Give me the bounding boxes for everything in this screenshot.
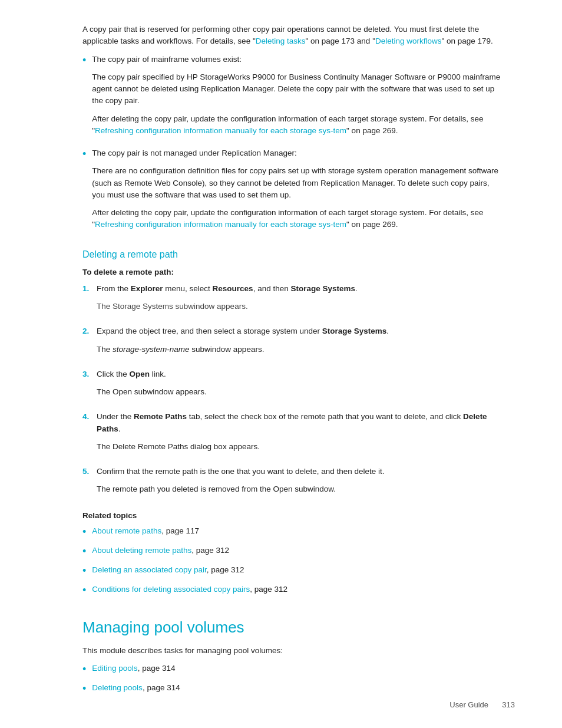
- refreshing-link-1[interactable]: Refreshing configuration information man…: [95, 126, 346, 135]
- footer-label: User Guide: [449, 700, 488, 709]
- bullet-dot-pool1: •: [82, 661, 86, 677]
- deleting-workflows-link[interactable]: Deleting workflows: [375, 37, 442, 45]
- step-4-text: Under the Remote Paths tab, select the c…: [97, 411, 503, 435]
- related-topic-3-content: Deleting an associated copy pair, page 3…: [92, 564, 244, 579]
- related-topic-2-content: About deleting remote paths, page 312: [92, 545, 229, 559]
- intro-para1: A copy pair that is reserved for perform…: [82, 24, 503, 48]
- related-link-4[interactable]: Conditions for deleting associated copy …: [92, 585, 250, 594]
- step-3-text: Click the Open link.: [97, 368, 503, 380]
- bullet-dot-rt2: •: [82, 543, 86, 559]
- related-link-1[interactable]: About remote paths: [92, 526, 161, 535]
- managing-pool-list: • Editing pools, page 314 • Deleting poo…: [82, 663, 503, 697]
- deleting-tasks-link[interactable]: Deleting tasks: [256, 37, 306, 45]
- step-4-number: 4.: [82, 411, 97, 459]
- step-3-sub: The Open subwindow appears.: [97, 386, 503, 398]
- step-5-sub: The remote path you deleted is removed f…: [97, 483, 503, 495]
- managing-pool-intro: This module describes tasks for managing…: [82, 645, 503, 657]
- steps-list: 1. From the Explorer menu, select Resour…: [82, 283, 503, 502]
- step-4-bold-remote-paths: Remote Paths: [134, 412, 187, 421]
- related-topic-4: • Conditions for deleting associated cop…: [82, 584, 503, 598]
- step-1-number: 1.: [82, 283, 97, 319]
- related-topic-1-content: About remote paths, page 117: [92, 525, 199, 540]
- bullet-dot-rt4: •: [82, 582, 86, 598]
- intro-bullet-list: • The copy pair of mainframe volumes exi…: [82, 54, 503, 237]
- pool-item-2: • Deleting pools, page 314: [82, 682, 503, 697]
- bullet1-para2: After deleting the copy pair, update the…: [92, 113, 503, 137]
- related-topic-2: • About deleting remote paths, page 312: [82, 545, 503, 559]
- pool-item-2-content: Deleting pools, page 314: [92, 682, 180, 697]
- step-1: 1. From the Explorer menu, select Resour…: [82, 283, 503, 319]
- editing-pools-link[interactable]: Editing pools: [92, 664, 137, 673]
- bullet-dot-1: •: [82, 52, 86, 143]
- related-link-2[interactable]: About deleting remote paths: [92, 546, 191, 555]
- page: A copy pair that is reserved for perform…: [0, 0, 562, 728]
- step-4-sub: The Delete Remote Paths dialog box appea…: [97, 441, 503, 453]
- step-1-sub: The Storage Systems subwindow appears.: [97, 301, 503, 312]
- refreshing-link-2[interactable]: Refreshing configuration information man…: [95, 220, 346, 229]
- related-topics-list: • About remote paths, page 117 • About d…: [82, 525, 503, 598]
- step-1-bold-storage: Storage Systems: [290, 284, 355, 293]
- deleting-pools-link[interactable]: Deleting pools: [92, 683, 143, 692]
- step-5-content: Confirm that the remote path is the one …: [97, 466, 503, 502]
- step-2-italic: storage-system-name: [113, 345, 190, 354]
- step-4: 4. Under the Remote Paths tab, select th…: [82, 411, 503, 459]
- pool-item-1: • Editing pools, page 314: [82, 663, 503, 677]
- step-2-content: Expand the object tree, and then select …: [97, 325, 503, 361]
- step-4-content: Under the Remote Paths tab, select the c…: [97, 411, 503, 459]
- step-1-content: From the Explorer menu, select Resources…: [97, 283, 503, 319]
- related-topic-4-content: Conditions for deleting associated copy …: [92, 584, 287, 598]
- step-2-text: Expand the object tree, and then select …: [97, 325, 503, 337]
- bullet2-para1: There are no configuration definition fi…: [92, 165, 503, 201]
- step-3-content: Click the Open link. The Open subwindow …: [97, 368, 503, 404]
- related-topics-heading: Related topics: [82, 510, 503, 522]
- bullet-dot-pool2: •: [82, 681, 86, 697]
- pool-item-1-content: Editing pools, page 314: [92, 663, 175, 677]
- step-5: 5. Confirm that the remote path is the o…: [82, 466, 503, 502]
- related-topic-3: • Deleting an associated copy pair, page…: [82, 564, 503, 579]
- content-area: A copy pair that is reserved for perform…: [82, 24, 503, 697]
- bullet-dot-2: •: [82, 146, 86, 237]
- step-3: 3. Click the Open link. The Open subwind…: [82, 368, 503, 404]
- bullet-dot-rt1: •: [82, 524, 86, 540]
- step-2-number: 2.: [82, 325, 97, 361]
- step-2-sub: The storage-system-name subwindow appear…: [97, 344, 503, 355]
- bullet-item-2: • The copy pair is not managed under Rep…: [82, 147, 503, 237]
- footer: User Guide 313: [449, 699, 515, 711]
- to-delete-subheading: To delete a remote path:: [82, 266, 503, 278]
- footer-page-number: 313: [502, 700, 515, 709]
- step-3-bold-open: Open: [130, 370, 150, 378]
- step-3-number: 3.: [82, 368, 97, 404]
- step-1-bold-explorer: Explorer: [131, 284, 163, 293]
- bullet2-heading: The copy pair is not managed under Repli…: [92, 147, 503, 159]
- step-1-text: From the Explorer menu, select Resources…: [97, 283, 503, 295]
- bullet-content-2: The copy pair is not managed under Repli…: [92, 147, 503, 237]
- bullet-item-1: • The copy pair of mainframe volumes exi…: [82, 54, 503, 143]
- bullet2-para2: After deleting the copy pair, update the…: [92, 207, 503, 231]
- step-5-number: 5.: [82, 466, 97, 502]
- related-link-3[interactable]: Deleting an associated copy pair: [92, 565, 206, 574]
- bullet-dot-rt3: •: [82, 563, 86, 579]
- bullet1-heading: The copy pair of mainframe volumes exist…: [92, 54, 503, 65]
- managing-pool-heading: Managing pool volumes: [82, 616, 503, 639]
- step-2: 2. Expand the object tree, and then sele…: [82, 325, 503, 361]
- step-1-bold-resources: Resources: [213, 284, 253, 293]
- related-topic-1: • About remote paths, page 117: [82, 525, 503, 540]
- bullet1-para1: The copy pair specified by HP StorageWor…: [92, 71, 503, 107]
- step-2-bold-storage: Storage Systems: [322, 327, 387, 335]
- section-deleting-remote-path-heading: Deleting a remote path: [82, 248, 503, 262]
- step-5-text: Confirm that the remote path is the one …: [97, 466, 503, 477]
- bullet-content-1: The copy pair of mainframe volumes exist…: [92, 54, 503, 143]
